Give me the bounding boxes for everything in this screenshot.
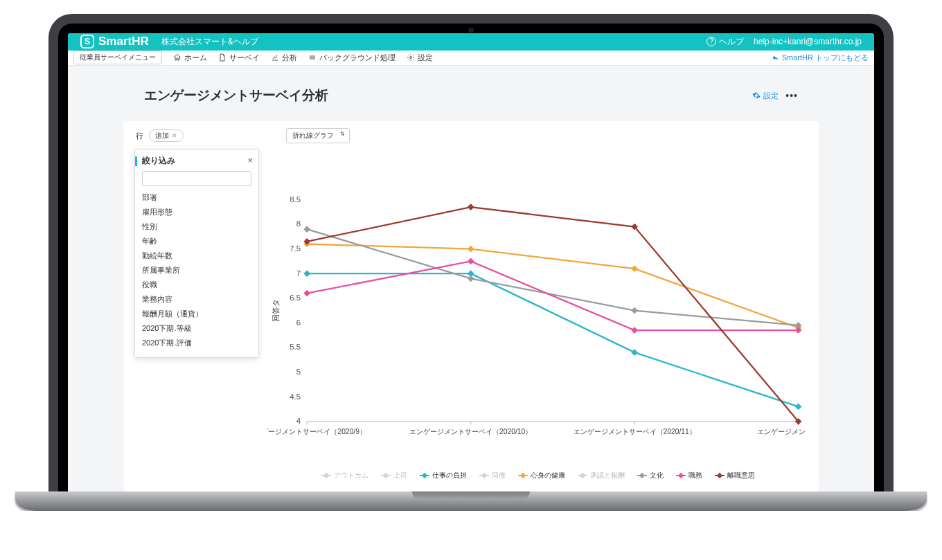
nav-item-label: 設定 [418,53,433,63]
chip-close-icon[interactable]: ✕ [172,132,177,139]
filter-option[interactable]: 2020下期.等級 [142,321,251,336]
back-to-top-link[interactable]: SmartHR トップにもどる [772,53,869,63]
legend-swatch [673,473,686,478]
legend-label: 仕事の負担 [432,471,467,480]
nav-item-home[interactable]: ホーム [173,53,207,63]
legend-item[interactable]: アウトカム [319,471,368,480]
svg-text:7.5: 7.5 [290,244,301,253]
more-menu-icon[interactable]: ••• [785,90,798,101]
user-email[interactable]: help-inc+kanri@smarthr.co.jp [754,37,862,46]
legend-swatch [417,473,429,478]
reply-icon [772,54,779,62]
svg-text:4: 4 [296,417,301,425]
legend-swatch [712,473,725,478]
content-area: 行 追加 ✕ 折れ線グラフ 絞り込み × 部署雇用形態性別年齢勤続年数所属事 [68,121,874,491]
legend-item[interactable]: 心身の健康 [515,471,565,480]
svg-text:エンゲージメントサーベイ（2020/9）: エンゲージメントサーベイ（2020/9） [267,428,366,435]
filter-option[interactable]: 勤続年数 [142,249,251,263]
legend-item[interactable]: 仕事の負担 [417,471,467,480]
legend-label: 承認と報酬 [590,471,625,480]
svg-text:5.5: 5.5 [290,343,301,351]
legend-label: 同僚 [492,471,506,480]
filter-option[interactable]: 年齢 [142,234,251,249]
svg-text:8: 8 [296,219,301,228]
filter-popover: 絞り込み × 部署雇用形態性別年齢勤続年数所属事業所役職業務内容報酬月額（通貨）… [134,149,259,358]
laptop-notch [412,491,530,500]
svg-text:エンゲージメントサーベイ: エンゲージメントサーベイ [757,428,806,435]
filter-option[interactable]: 業務内容 [142,292,251,307]
settings-label: 設定 [763,91,779,101]
svg-rect-27 [631,265,638,272]
filter-option[interactable]: 部署 [142,190,251,205]
help-link[interactable]: ? ヘルプ [706,36,744,48]
nav-item-file[interactable]: サーベイ [218,53,260,63]
svg-rect-24 [795,404,802,410]
brand-name: SmartHR [98,35,149,48]
nav-bar: 従業員サーベイメニュー ホームサーベイ分析バックグラウンド処理設定 SmartH… [68,51,874,66]
row-label: 行 [136,131,143,141]
page-header: エンゲージメントサーベイ分析 設定 ••• [68,66,874,121]
company-name: 株式会社スマート&ヘルプ [161,36,258,48]
add-label: 追加 [155,131,169,141]
legend-label: 離職意思 [727,471,755,480]
nav-item-label: 分析 [282,53,297,63]
legend-swatch [515,473,528,478]
legend-item[interactable]: 離職意思 [712,471,755,480]
svg-rect-23 [631,349,638,356]
legend-item[interactable]: 同僚 [477,471,506,480]
screen: S SmartHR 株式会社スマート&ヘルプ ? ヘルプ help-inc+ka… [68,33,874,491]
legend-item[interactable]: 文化 [634,471,664,480]
svg-text:7: 7 [296,269,301,278]
nav-item-label: バックグラウンド処理 [319,53,396,63]
svg-text:エンゲージメントサーベイ（2020/11）: エンゲージメントサーベイ（2020/11） [574,428,696,435]
legend-swatch [319,473,331,478]
file-icon [218,53,226,62]
chart-type-select[interactable]: 折れ線グラフ [286,128,350,143]
legend-label: 上司 [393,471,407,480]
back-label: SmartHR トップにもどる [782,53,869,63]
filter-search-input[interactable] [142,171,251,186]
page-settings-link[interactable]: 設定 [752,91,779,101]
popover-title: 絞り込み [142,155,251,167]
add-chip[interactable]: 追加 ✕ [149,129,184,142]
svg-rect-33 [303,290,310,297]
laptop-frame: S SmartHR 株式会社スマート&ヘルプ ? ヘルプ help-inc+ka… [48,14,894,511]
nav-item-layers[interactable]: バックグラウンド処理 [308,53,396,63]
legend-swatch [634,473,647,478]
filter-option-list: 部署雇用形態性別年齢勤続年数所属事業所役職業務内容報酬月額（通貨）2020下期.… [142,190,251,350]
brand-logo[interactable]: S SmartHR [80,35,149,48]
filter-option[interactable]: 役職 [142,278,251,292]
camera-dot [469,28,474,33]
chart-legend: アウトカム上司仕事の負担同僚心身の健康承認と報酬文化職務離職意思 [267,471,806,480]
filter-option[interactable]: 2020下期.評価 [142,336,251,350]
help-icon: ? [706,37,716,46]
chart-container: 44.555.566.577.588.5エンゲージメントサーベイ（2020/9）… [267,192,806,480]
line-chart: 44.555.566.577.588.5エンゲージメントサーベイ（2020/9）… [267,192,806,461]
gear-icon [752,91,761,100]
gear-icon [407,53,415,62]
filter-option[interactable]: 性別 [142,219,251,234]
legend-item[interactable]: 承認と報酬 [575,471,625,480]
filter-option[interactable]: 所属事業所 [142,263,251,278]
svg-point-0 [410,57,412,59]
nav-item-gear[interactable]: 設定 [407,53,433,63]
survey-menu-button[interactable]: 従業員サーベイメニュー [73,51,162,64]
legend-label: アウトカム [334,471,368,480]
filter-option[interactable]: 報酬月額（通貨） [142,307,251,321]
popover-close-icon[interactable]: × [247,155,253,165]
filter-option[interactable]: 雇用形態 [142,205,251,219]
legend-item[interactable]: 上司 [378,471,407,480]
svg-text:エンゲージメントサーベイ（2020/10）: エンゲージメントサーベイ（2020/10） [409,428,532,435]
nav-item-chart[interactable]: 分析 [271,53,297,63]
logo-badge-icon: S [80,35,94,48]
app-header: S SmartHR 株式会社スマート&ヘルプ ? ヘルプ help-inc+ka… [68,33,874,51]
popover-accent [135,156,137,166]
svg-text:4.5: 4.5 [290,392,301,401]
svg-rect-26 [468,246,474,253]
page-title: エンゲージメントサーベイ分析 [144,87,328,105]
nav-item-label: サーベイ [229,53,260,63]
legend-swatch [477,473,489,478]
svg-text:6: 6 [296,318,301,327]
svg-text:8.5: 8.5 [290,195,301,204]
legend-item[interactable]: 職務 [673,471,702,480]
